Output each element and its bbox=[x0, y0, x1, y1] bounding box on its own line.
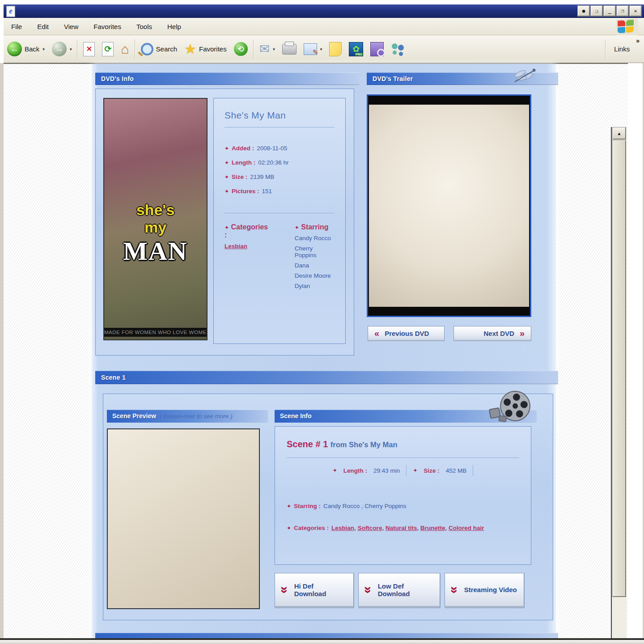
scene-category-link[interactable]: Lesbian bbox=[331, 525, 354, 531]
scene-panel: Scene Preview( mouse-over to see more ) … bbox=[103, 394, 553, 620]
previous-dvd-label: Previous DVD bbox=[385, 330, 429, 337]
dvd-field-length: ✦ Length : 02:20:36 hr bbox=[225, 159, 335, 166]
back-icon: ← bbox=[7, 42, 22, 56]
toolbar-overflow-icon[interactable]: » bbox=[636, 37, 640, 44]
back-dropdown-icon[interactable]: ▾ bbox=[42, 47, 45, 51]
toolbar-separator bbox=[77, 39, 78, 59]
mail-dropdown-icon[interactable]: ▾ bbox=[273, 47, 275, 51]
scene-category-link[interactable]: Colored hair bbox=[449, 525, 484, 531]
browser-toolbar: ← Back ▾ → ▾ ✕ ⟳ ⌂ Search ★ Favorites ⟲ bbox=[4, 35, 644, 63]
bullet-icon: ✦ bbox=[225, 145, 229, 152]
back-button[interactable]: ← Back ▾ bbox=[4, 38, 48, 60]
bullet-icon: ✦ bbox=[225, 188, 229, 195]
scene-starring-row: ✦ Starring : Candy Rocco , Cherry Poppin… bbox=[287, 503, 519, 509]
category-link[interactable]: Lesbian bbox=[225, 243, 247, 250]
favorites-button[interactable]: ★ Favorites bbox=[181, 38, 230, 60]
dvd-field-added: ✦ Added : 2008-11-05 bbox=[225, 145, 335, 152]
toolbar-extra-button-1[interactable]: ● bbox=[578, 6, 589, 16]
bullet-icon: ✦ bbox=[333, 467, 337, 474]
menu-item[interactable]: Help bbox=[160, 23, 189, 30]
back-label: Back bbox=[25, 45, 39, 53]
low-def-download-button[interactable]: » Low Def Download bbox=[358, 573, 440, 608]
hi-def-download-button[interactable]: » Hi Def Download bbox=[275, 573, 354, 608]
menu-items: FileEditViewFavoritesToolsHelp bbox=[4, 23, 189, 30]
toolbar-separator bbox=[135, 39, 136, 59]
menu-bar: FileEditViewFavoritesToolsHelp bbox=[4, 18, 644, 35]
maximize-button[interactable]: ❐ bbox=[617, 6, 628, 16]
scrollbar-thumb[interactable] bbox=[613, 140, 626, 597]
notes-button[interactable] bbox=[326, 38, 345, 60]
stop-button[interactable]: ✕ bbox=[80, 38, 98, 60]
menu-item[interactable]: File bbox=[4, 23, 30, 30]
edit-icon: ✎ bbox=[304, 43, 317, 55]
starring-name: Desire Moore bbox=[295, 272, 335, 279]
scene-preview-note: ( mouse-over to see more ) bbox=[160, 413, 233, 419]
favorites-label: Favorites bbox=[199, 45, 227, 53]
search-icon bbox=[141, 43, 153, 55]
home-button[interactable]: ⌂ bbox=[117, 38, 132, 60]
bullet-icon: ✦ bbox=[225, 225, 229, 231]
stop-icon: ✕ bbox=[83, 42, 95, 56]
icq-button[interactable]: ✿PRO bbox=[345, 38, 367, 60]
bullet-icon: ✦ bbox=[225, 174, 229, 180]
browser-window: e ● ❏ _ ❐ ✕ FileEditViewFavoritesToolsHe… bbox=[0, 0, 644, 644]
dvd-categories: ✦ Categories : Lesbian bbox=[225, 223, 271, 289]
bullet-icon: ✦ bbox=[413, 467, 417, 474]
history-button[interactable]: ⟲ bbox=[230, 38, 251, 60]
title-bar: e ● ❏ _ ❐ ✕ bbox=[4, 4, 644, 18]
refresh-icon: ⟳ bbox=[102, 42, 114, 56]
messenger-button[interactable] bbox=[387, 38, 409, 60]
dvd-info-header: DVD's Info bbox=[95, 72, 359, 85]
search-label: Search bbox=[156, 45, 178, 53]
menu-item[interactable]: Favorites bbox=[86, 23, 129, 30]
minimize-button[interactable]: _ bbox=[604, 6, 615, 16]
next-dvd-button[interactable]: Next DVD » bbox=[453, 326, 531, 341]
scene-title: Scene # 1 from She's My Man bbox=[287, 439, 519, 449]
favorites-star-icon: ★ bbox=[184, 42, 196, 56]
page-main-column: DVD's Info DVD's Trailer she's my MAN bbox=[92, 64, 556, 640]
home-icon: ⌂ bbox=[121, 42, 129, 56]
double-chevron-icon: » bbox=[448, 586, 462, 593]
menu-item[interactable]: View bbox=[56, 23, 86, 30]
edit-button[interactable]: ✎ ▾ bbox=[300, 38, 326, 60]
divider bbox=[406, 465, 407, 476]
film-reel-icon bbox=[486, 386, 535, 431]
toolbar-extra-button-2[interactable]: ❏ bbox=[591, 6, 602, 16]
forward-icon: → bbox=[52, 42, 67, 56]
research-icon bbox=[370, 42, 384, 56]
search-button[interactable]: Search bbox=[137, 38, 181, 60]
scene-category-link[interactable]: Natural tits bbox=[386, 525, 417, 531]
scene-section-header: Scene 1 bbox=[95, 371, 558, 384]
edit-dropdown-icon[interactable]: ▾ bbox=[320, 47, 322, 51]
dvd-trailer-player[interactable] bbox=[367, 94, 531, 317]
dvd-cover-tagline: MADE FOR WOMEN WHO LOVE WOMEN bbox=[104, 328, 207, 337]
previous-dvd-button[interactable]: « Previous DVD bbox=[368, 326, 445, 341]
dvd-cover-image[interactable]: she's my MAN MADE FOR WOMEN WHO LOVE WOM… bbox=[103, 98, 208, 340]
scene-category-link[interactable]: Softcore bbox=[358, 525, 382, 531]
menu-item[interactable]: Tools bbox=[129, 23, 160, 30]
close-button[interactable]: ✕ bbox=[630, 6, 641, 16]
dvd-details-box: She's My Man ✦ Added : 2008-11-05 ✦ Leng… bbox=[213, 98, 346, 344]
print-button[interactable] bbox=[279, 38, 300, 60]
double-chevron-icon: » bbox=[278, 586, 292, 593]
dragonfly-icon bbox=[512, 67, 537, 85]
scroll-up-button[interactable]: ▲ bbox=[613, 127, 626, 139]
forward-button[interactable]: → ▾ bbox=[48, 38, 76, 60]
ie-document-icon: e bbox=[6, 6, 15, 17]
divider bbox=[225, 213, 335, 213]
links-label[interactable]: Links bbox=[608, 45, 636, 53]
refresh-button[interactable]: ⟳ bbox=[98, 38, 117, 60]
starring-name: Candy Rocco bbox=[295, 235, 335, 242]
scene-preview-image[interactable] bbox=[107, 428, 260, 609]
research-button[interactable] bbox=[367, 38, 387, 60]
window-controls: ● ❏ _ ❐ ✕ bbox=[578, 6, 641, 16]
scene-category-link[interactable]: Brunette bbox=[420, 525, 445, 531]
icq-icon: ✿PRO bbox=[349, 42, 363, 56]
streaming-video-button[interactable]: » Streaming Video bbox=[445, 573, 524, 608]
vertical-scrollbar[interactable]: ▲ ▼ bbox=[611, 127, 627, 644]
menu-item[interactable]: Edit bbox=[30, 23, 56, 30]
forward-dropdown-icon[interactable]: ▾ bbox=[70, 47, 72, 51]
bullet-icon: ✦ bbox=[287, 503, 291, 509]
mail-button[interactable]: ✉ ▾ bbox=[256, 38, 279, 60]
scene-info-box: Scene # 1 from She's My Man ✦ Length : 2… bbox=[275, 426, 531, 565]
